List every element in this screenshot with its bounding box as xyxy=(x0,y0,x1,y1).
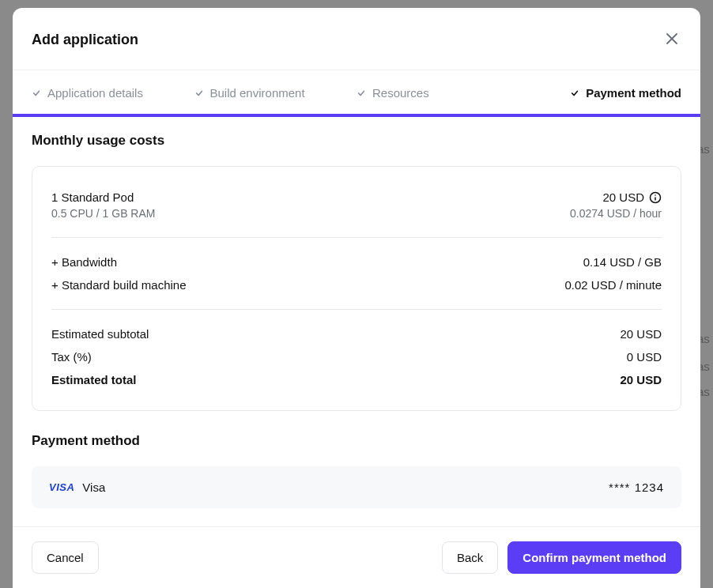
check-icon xyxy=(194,89,204,98)
footer-right: Back Confirm payment method xyxy=(442,541,681,574)
bandwidth-label: + Bandwidth xyxy=(51,255,117,269)
modal-footer: Cancel Back Confirm payment method xyxy=(13,526,700,588)
back-button[interactable]: Back xyxy=(442,541,498,574)
payment-card-left: VISA Visa xyxy=(49,481,105,494)
payment-title: Payment method xyxy=(32,433,681,449)
check-icon xyxy=(570,89,579,98)
info-icon[interactable] xyxy=(649,191,662,204)
pod-rate: 0.0274 USD / hour xyxy=(570,207,662,220)
subtotal-value: 20 USD xyxy=(620,327,662,341)
cost-row-subtotal: Estimated subtotal 20 USD xyxy=(51,322,662,345)
close-button[interactable] xyxy=(662,30,681,49)
payment-brand: Visa xyxy=(82,481,105,494)
check-icon xyxy=(32,89,41,98)
tax-label: Tax (%) xyxy=(51,350,92,364)
divider xyxy=(51,309,662,310)
build-price: 0.02 USD / minute xyxy=(564,278,662,292)
tax-value: 0 USD xyxy=(627,350,662,364)
step-label: Payment method xyxy=(586,86,681,100)
step-label: Application details xyxy=(47,86,143,100)
pod-name: 1 Standard Pod xyxy=(51,190,155,204)
build-label: + Standard build machine xyxy=(51,278,187,292)
add-application-modal: Add application Application details Buil… xyxy=(13,8,700,588)
confirm-payment-button[interactable]: Confirm payment method xyxy=(507,541,681,574)
wizard-steps: Application details Build environment Re… xyxy=(13,70,700,117)
step-label: Resources xyxy=(372,86,429,100)
step-application-details[interactable]: Application details xyxy=(32,86,194,100)
cost-row-build: + Standard build machine 0.02 USD / minu… xyxy=(51,273,662,296)
cost-row-pod: 1 Standard Pod 0.5 CPU / 1 GB RAM 20 USD xyxy=(51,186,662,224)
total-label: Estimated total xyxy=(51,373,137,386)
step-payment-method[interactable]: Payment method xyxy=(519,86,682,100)
cost-row-total: Estimated total 20 USD xyxy=(51,368,662,391)
subtotal-label: Estimated subtotal xyxy=(51,327,149,341)
cost-row-bandwidth: + Bandwidth 0.14 USD / GB xyxy=(51,251,662,273)
close-icon xyxy=(666,33,677,47)
check-icon xyxy=(356,89,366,98)
costs-title: Monthly usage costs xyxy=(32,133,681,149)
svg-point-3 xyxy=(655,194,656,196)
modal-content: Monthly usage costs 1 Standard Pod 0.5 C… xyxy=(13,117,700,526)
step-build-environment[interactable]: Build environment xyxy=(194,86,357,100)
bandwidth-price: 0.14 USD / GB xyxy=(583,255,662,269)
costs-box: 1 Standard Pod 0.5 CPU / 1 GB RAM 20 USD xyxy=(32,166,681,411)
cancel-button[interactable]: Cancel xyxy=(32,541,99,574)
payment-last4: **** 1234 xyxy=(609,481,664,494)
step-resources[interactable]: Resources xyxy=(356,86,519,100)
visa-logo-icon: VISA xyxy=(49,481,74,493)
step-label: Build environment xyxy=(210,86,305,100)
payment-section: Payment method VISA Visa **** 1234 xyxy=(32,433,681,508)
cost-row-tax: Tax (%) 0 USD xyxy=(51,345,662,368)
pod-spec: 0.5 CPU / 1 GB RAM xyxy=(51,207,155,220)
total-value: 20 USD xyxy=(620,373,662,386)
divider xyxy=(51,237,662,238)
modal-header: Add application xyxy=(13,8,700,70)
modal-title: Add application xyxy=(32,32,138,48)
pod-price: 20 USD xyxy=(602,190,644,204)
payment-card[interactable]: VISA Visa **** 1234 xyxy=(32,466,681,508)
